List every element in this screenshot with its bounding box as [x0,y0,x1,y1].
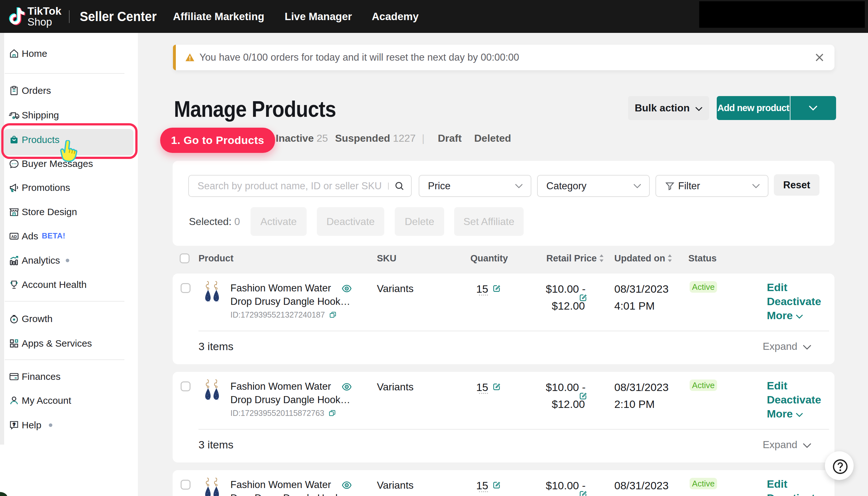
svg-text:?: ? [13,422,16,427]
svg-text:AD: AD [11,235,17,239]
